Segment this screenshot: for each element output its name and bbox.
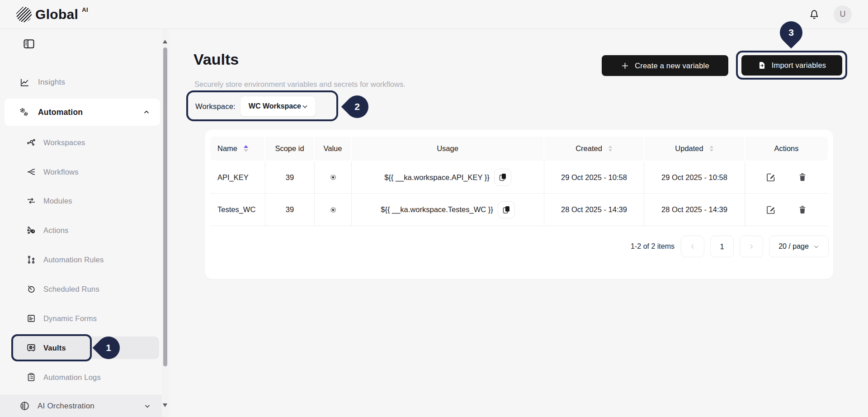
automation-rules-icon [26, 254, 36, 265]
copy-usage-button[interactable] [498, 201, 515, 218]
topbar-right: U [807, 5, 852, 24]
delete-variable-trash-icon[interactable] [797, 204, 808, 216]
create-variable-button[interactable]: Create a new variable [602, 55, 728, 76]
sidebar-item-workflows[interactable]: Workflows [0, 161, 162, 183]
sort-asc-icon [244, 145, 248, 148]
reveal-value-eye-icon[interactable] [327, 171, 339, 183]
page-subtitle: Securely store environment variables and… [194, 80, 406, 89]
ai-orchestration-brain-icon [19, 400, 30, 412]
scrollbar-thumb[interactable] [163, 47, 167, 366]
scrollbar-down-arrow[interactable] [163, 403, 167, 407]
topbar: Global AI U [0, 0, 868, 29]
column-header-updated[interactable]: Updated [644, 137, 745, 161]
sort-desc-icon [244, 149, 248, 152]
automation-gears-icon [18, 106, 30, 118]
vault-safe-icon [26, 343, 36, 353]
page-title: Vaults [193, 51, 239, 68]
workspaces-icon [26, 137, 36, 148]
table-row: API_KEY 39 ${{ __ka.workspace.API_KEY }} [210, 161, 828, 194]
cell-updated: 29 Oct 2025 - 10:58 [644, 161, 745, 193]
sidebar-item-workspaces[interactable]: Workspaces [0, 132, 162, 153]
sidebar-collapse-icon[interactable] [23, 37, 36, 51]
sort-control-name[interactable] [244, 145, 248, 152]
column-header-scope-id[interactable]: Scope id [265, 137, 315, 161]
chevron-up-icon [143, 109, 150, 116]
edit-variable-icon[interactable] [765, 171, 777, 183]
cell-scope-id: 39 [265, 194, 315, 226]
sidebar-item-label: Insights [38, 78, 65, 87]
copy-usage-button[interactable] [494, 169, 511, 186]
column-header-created[interactable]: Created [544, 137, 644, 161]
sort-desc-icon [609, 149, 612, 152]
table-body: API_KEY 39 ${{ __ka.workspace.API_KEY }} [210, 161, 828, 226]
actions-icon [26, 225, 36, 236]
delete-variable-trash-icon[interactable] [797, 171, 808, 183]
table-header-row: Name Scope id Value Usage Created [210, 137, 828, 161]
sidebar-item-label: AI Orchestration [38, 402, 94, 411]
workflows-icon [26, 166, 36, 177]
pagination-page-1[interactable]: 1 [710, 236, 734, 257]
sidebar-item-actions[interactable]: Actions [0, 219, 162, 241]
cell-actions [745, 161, 828, 193]
insights-chart-icon [19, 77, 30, 88]
annotation-step-1-marker: 1 [93, 332, 125, 364]
sidebar-item-label: Actions [43, 226, 69, 235]
column-header-usage[interactable]: Usage [352, 137, 544, 161]
chevron-down-icon [813, 244, 819, 250]
reveal-value-eye-icon[interactable] [327, 204, 339, 216]
sort-control-created[interactable] [609, 146, 612, 152]
sidebar-item-label: Automation Logs [43, 373, 101, 382]
vaults-table: Name Scope id Value Usage Created [210, 137, 828, 226]
create-variable-label: Create a new variable [635, 62, 709, 70]
vaults-table-card: Name Scope id Value Usage Created [205, 130, 833, 279]
column-header-value[interactable]: Value [315, 137, 352, 161]
annotation-step-3-marker: 3 [775, 17, 807, 49]
sidebar-item-label: Modules [43, 197, 72, 205]
sidebar-item-dynamic-forms[interactable]: Dynamic Forms [0, 308, 162, 329]
sidebar-scrollbar [162, 29, 169, 417]
table-row: Testes_WC 39 ${{ __ka.workspace.Testes_W… [210, 194, 828, 226]
notifications-bell-icon[interactable] [807, 8, 821, 21]
workspace-dropdown-value: WC Workspace [249, 102, 301, 110]
cell-value [315, 161, 352, 193]
pagination-next-button[interactable] [740, 236, 763, 257]
cell-actions [745, 194, 828, 226]
sidebar-item-automation-logs[interactable]: Automation Logs [0, 366, 162, 388]
column-header-name[interactable]: Name [210, 137, 265, 161]
sidebar-item-label: Dynamic Forms [43, 314, 97, 323]
modules-icon [26, 195, 36, 206]
cell-created: 29 Oct 2025 - 10:58 [544, 161, 644, 193]
sidebar-item-insights[interactable]: Insights [0, 71, 162, 93]
page-size-dropdown[interactable]: 20 / page [769, 236, 829, 257]
automation-logs-clipboard-icon [26, 372, 36, 383]
cell-updated: 28 Oct 2025 - 14:39 [644, 194, 745, 226]
sidebar-group-automation[interactable]: Automation [5, 99, 160, 126]
pagination: 1-2 of 2 items 1 20 / page [210, 236, 829, 257]
chevron-down-icon [144, 403, 151, 410]
plus-icon [621, 62, 629, 70]
sidebar-item-vaults[interactable]: Vaults [11, 336, 159, 359]
usage-expression: ${{ __ka.workspace.API_KEY }} [384, 173, 490, 182]
cell-usage: ${{ __ka.workspace.Testes_WC }} [352, 194, 544, 226]
sidebar-item-label: Workspaces [43, 138, 85, 147]
scrollbar-up-arrow[interactable] [163, 40, 167, 43]
workspace-dropdown[interactable]: WC Workspace [240, 96, 316, 117]
brand-logo: Global AI [16, 6, 88, 23]
sidebar-item-automation-rules[interactable]: Automation Rules [0, 249, 162, 270]
chevron-down-icon [302, 103, 308, 110]
sort-control-updated[interactable] [710, 146, 713, 152]
import-variables-button[interactable]: Import variables [741, 55, 842, 76]
user-avatar[interactable]: U [834, 5, 852, 24]
sidebar-item-label: Vaults [43, 344, 66, 352]
pagination-prev-button[interactable] [681, 236, 704, 257]
sort-asc-icon [609, 146, 612, 148]
sidebar-item-scheduled-runs[interactable]: Scheduled Runs [0, 278, 162, 300]
sidebar-item-ai-orchestration[interactable]: AI Orchestration [0, 395, 162, 417]
workspace-label: Workspace: [195, 102, 236, 111]
cell-scope-id: 39 [265, 161, 315, 193]
sidebar-item-modules[interactable]: Modules [0, 190, 162, 212]
scheduled-runs-clock-icon [26, 284, 36, 294]
edit-variable-icon[interactable] [765, 204, 777, 216]
sidebar: Insights Automation [0, 29, 170, 417]
import-variables-label: Import variables [772, 61, 826, 70]
